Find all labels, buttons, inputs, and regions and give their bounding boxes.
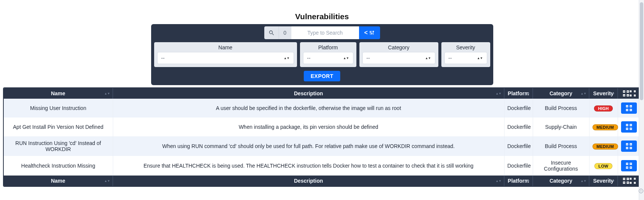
- chevron-left-icon: <: [364, 29, 368, 36]
- expand-row-button[interactable]: [621, 102, 637, 114]
- expand-icon: [626, 105, 632, 111]
- sort-icon: ▲▼: [425, 57, 431, 59]
- cell-platform: Dockerfile: [504, 156, 533, 176]
- cell-name: Apt Get Install Pin Version Not Defined: [4, 118, 113, 136]
- foot-col-severity[interactable]: Severity▲▼: [589, 176, 618, 186]
- cell-severity: HIGH: [589, 99, 618, 118]
- cell-severity: MEDIUM: [589, 118, 618, 136]
- cell-platform: Dockerfile: [504, 118, 533, 136]
- col-expand[interactable]: [618, 88, 640, 99]
- col-description[interactable]: Description▲▼: [113, 88, 504, 99]
- table-row: Missing User InstructionA user should be…: [4, 99, 640, 118]
- cell-description: When using RUN command 'cd' should only …: [113, 136, 504, 156]
- sort-icon: ▲▼: [496, 93, 502, 95]
- filter-name-label: Name: [157, 44, 294, 50]
- expand-row-button[interactable]: [621, 140, 637, 152]
- search-icon[interactable]: [264, 26, 279, 39]
- sort-icon: ▲▼: [524, 93, 530, 95]
- cell-category: Build Process: [533, 99, 589, 118]
- severity-badge: MEDIUM: [592, 124, 618, 130]
- col-severity[interactable]: Severity▲▼: [589, 88, 618, 99]
- sort-icon: ▲▼: [284, 57, 290, 59]
- cell-name: RUN Instruction Using 'cd' Instead of WO…: [4, 136, 113, 156]
- cell-category: Build Process: [533, 136, 589, 156]
- sort-icon: ▲▼: [524, 180, 530, 182]
- scrollbar[interactable]: i: [639, 0, 644, 200]
- expand-row-button[interactable]: [621, 160, 637, 171]
- search-group: 0 <: [264, 26, 380, 39]
- expand-row-button[interactable]: [621, 121, 637, 133]
- cell-platform: Dockerfile: [504, 99, 533, 118]
- filter-platform-select[interactable]: -- ▲▼: [303, 52, 353, 64]
- filter-severity-value: --: [449, 55, 452, 61]
- filter-platform-label: Platform: [303, 44, 353, 50]
- filter-platform: Platform -- ▲▼: [300, 42, 356, 67]
- filter-severity: Severity -- ▲▼: [441, 42, 490, 67]
- severity-badge: LOW: [594, 163, 613, 169]
- sort-icon: ▲▼: [580, 180, 586, 182]
- sort-icon: ▲▼: [609, 93, 615, 95]
- cell-description: Ensure that HEALTHCHECK is being used. T…: [113, 156, 504, 176]
- filter-platform-value: --: [307, 55, 311, 61]
- svg-line-1: [272, 34, 274, 35]
- table-row: Healthcheck Instruction MissingEnsure th…: [4, 156, 640, 176]
- filter-name-select[interactable]: -- ▲▼: [157, 52, 294, 64]
- cell-expand: [618, 156, 640, 176]
- sliders-icon: [369, 30, 374, 35]
- cell-platform: Dockerfile: [504, 136, 533, 156]
- filter-category-value: --: [367, 55, 370, 61]
- cell-expand: [618, 99, 640, 118]
- info-icon[interactable]: i: [639, 189, 643, 193]
- svg-point-7: [373, 31, 374, 32]
- foot-col-category[interactable]: Category▲▼: [533, 176, 589, 186]
- sort-icon: ▲▼: [609, 180, 615, 182]
- search-input[interactable]: [291, 26, 359, 39]
- expand-icon: [626, 163, 632, 169]
- foot-col-platform[interactable]: Platform▲▼: [504, 176, 533, 186]
- filter-category-select[interactable]: -- ▲▼: [362, 52, 435, 64]
- expand-all-icon: [623, 90, 629, 96]
- cell-expand: [618, 118, 640, 136]
- export-button[interactable]: EXPORT: [304, 71, 340, 81]
- export-row: EXPORT: [154, 71, 490, 81]
- sort-icon: ▲▼: [104, 93, 110, 95]
- col-platform[interactable]: Platform▲▼: [504, 88, 533, 99]
- svg-point-3: [370, 32, 371, 32]
- cell-name: Missing User Instruction: [4, 99, 113, 118]
- svg-point-5: [371, 33, 372, 34]
- expand-icon: [626, 124, 632, 130]
- col-category[interactable]: Category▲▼: [533, 88, 589, 99]
- filter-severity-label: Severity: [444, 44, 487, 50]
- sort-icon: ▲▼: [477, 57, 483, 59]
- scrollbar-thumb[interactable]: [640, 2, 643, 100]
- cell-name: Healthcheck Instruction Missing: [4, 156, 113, 176]
- cell-description: When installing a package, its pin versi…: [113, 118, 504, 136]
- table-row: RUN Instruction Using 'cd' Instead of WO…: [4, 136, 640, 156]
- page-title: Vulnerabilities: [0, 12, 644, 21]
- expand-icon: [626, 143, 632, 149]
- collapse-all-icon: [630, 90, 636, 96]
- advanced-search-button[interactable]: <: [359, 26, 380, 39]
- severity-badge: HIGH: [594, 105, 613, 111]
- sort-icon: ▲▼: [104, 180, 110, 182]
- cell-severity: MEDIUM: [589, 136, 618, 156]
- filter-category: Category -- ▲▼: [359, 42, 438, 67]
- filters-row: Name -- ▲▼ Platform -- ▲▼ Category -- ▲▼…: [154, 42, 490, 67]
- filter-name-value: --: [161, 55, 165, 61]
- cell-expand: [618, 136, 640, 156]
- col-name[interactable]: Name▲▼: [4, 88, 113, 99]
- vulnerabilities-table: Name▲▼ Description▲▼ Platform▲▼ Category…: [3, 87, 641, 187]
- foot-col-description[interactable]: Description▲▼: [113, 176, 504, 186]
- foot-col-name[interactable]: Name▲▼: [4, 176, 113, 186]
- sort-icon: ▲▼: [496, 180, 502, 182]
- severity-badge: MEDIUM: [592, 144, 618, 150]
- sort-icon: ▲▼: [343, 57, 349, 59]
- filter-name: Name -- ▲▼: [154, 42, 297, 67]
- foot-col-expand[interactable]: [618, 176, 640, 186]
- cell-description: A user should be specified in the docker…: [113, 99, 504, 118]
- cell-category: Supply-Chain: [533, 118, 589, 136]
- filter-severity-select[interactable]: -- ▲▼: [444, 52, 487, 64]
- expand-all-icon: [623, 178, 629, 184]
- search-count: 0: [279, 26, 291, 39]
- collapse-all-icon: [630, 178, 636, 184]
